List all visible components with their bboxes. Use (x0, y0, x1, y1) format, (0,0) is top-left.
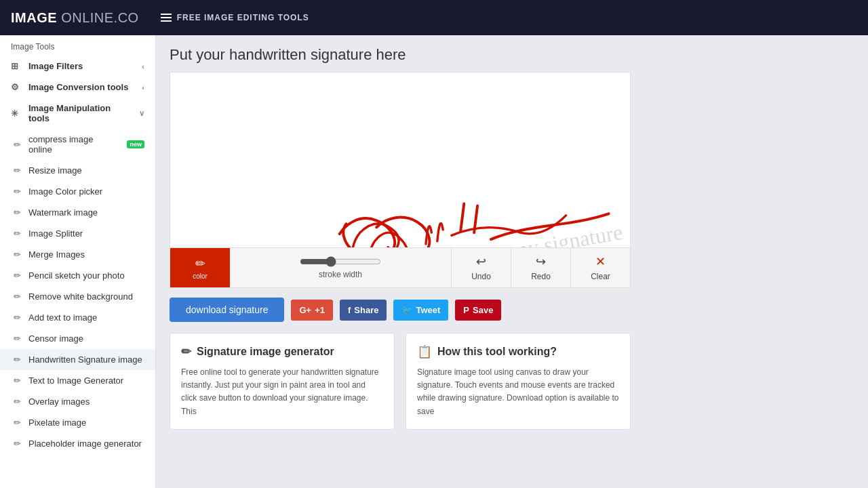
handwritten-sig-icon: ✏ (11, 354, 23, 365)
signature-drawing (170, 73, 630, 247)
pinterest-icon: P (463, 305, 469, 315)
clear-label: Clear (591, 272, 610, 281)
svg-rect-0 (161, 14, 172, 15)
sidebar-label-image-filters: Image Filters (28, 61, 83, 71)
chevron-left-icon-2: ‹ (142, 83, 144, 92)
sidebar-item-resize[interactable]: ✏ Resize image (0, 160, 155, 181)
clear-button[interactable]: ✕ Clear (570, 248, 630, 287)
undo-label: Undo (471, 272, 491, 281)
sidebar-label-placeholder: Placeholder image generator (28, 439, 142, 449)
sidebar-label-image-conversion: Image Conversion tools (28, 82, 128, 92)
sidebar-item-placeholder[interactable]: ✏ Placeholder image generator (0, 433, 155, 454)
color-picker-icon: ✏ (11, 186, 23, 197)
card-signature-generator: ✏ Signature image generator Free online … (170, 333, 395, 430)
facebook-label: Share (354, 305, 378, 315)
twitter-label: Tweet (416, 305, 440, 315)
censor-icon: ✏ (11, 333, 23, 344)
sidebar-label-watermark: Watermark image (28, 207, 98, 218)
facebook-share-button[interactable]: f Share (340, 300, 387, 321)
logo-image: IMAGE (11, 10, 57, 25)
pinterest-share-button[interactable]: P Save (455, 300, 501, 321)
redo-icon: ↪ (536, 254, 546, 269)
pencil-icon: ✏ (195, 256, 205, 271)
add-text-icon: ✏ (11, 312, 23, 323)
twitter-share-button[interactable]: 🐦 Tweet (393, 300, 448, 321)
svg-rect-1 (161, 17, 172, 18)
watermark-icon: ✏ (11, 207, 23, 218)
sidebar-item-overlay[interactable]: ✏ Overlay images (0, 391, 155, 412)
info-cards: ✏ Signature image generator Free online … (170, 333, 631, 430)
sidebar-item-pixelate[interactable]: ✏ Pixelate image (0, 412, 155, 433)
undo-icon: ↩ (476, 254, 486, 269)
stroke-area: stroke width (230, 256, 451, 279)
sidebar-label-censor: Censor image (28, 333, 83, 344)
sidebar-item-remove-bg[interactable]: ✏ Remove white background (0, 286, 155, 307)
sidebar-item-compress[interactable]: ✏ compress image online new (0, 129, 155, 160)
google-label: +1 (315, 305, 325, 315)
pinterest-label: Save (473, 305, 493, 315)
merge-icon: ✏ (11, 249, 23, 260)
sidebar-item-add-text[interactable]: ✏ Add text to image (0, 307, 155, 328)
download-button[interactable]: download signature (170, 298, 284, 322)
hamburger-icon (161, 12, 172, 23)
pixelate-icon: ✏ (11, 418, 23, 428)
sidebar-item-splitter[interactable]: ✏ Image Splitter (0, 223, 155, 244)
sidebar-item-pencil-sketch[interactable]: ✏ Pencil sketch your photo (0, 265, 155, 286)
undo-button[interactable]: ↩ Undo (451, 248, 511, 287)
google-icon: G+ (299, 305, 311, 315)
sidebar-item-text-to-image[interactable]: ✏ Text to Image Generator (0, 370, 155, 391)
header: IMAGE ONLINE.CO FREE IMAGE EDITING TOOLS (0, 0, 868, 35)
facebook-icon: f (348, 305, 351, 315)
remove-bg-icon: ✏ (11, 291, 23, 302)
menu-bar[interactable]: FREE IMAGE EDITING TOOLS (161, 12, 309, 23)
new-badge: new (127, 140, 144, 148)
image-manipulation-icon: ✳ (11, 108, 23, 119)
sidebar-item-merge[interactable]: ✏ Merge Images (0, 244, 155, 265)
sidebar-item-image-filters[interactable]: ⊞ Image Filters ‹ (0, 56, 155, 77)
color-button[interactable]: ✏ color (170, 248, 230, 287)
card1-icon: ✏ (181, 344, 191, 359)
text-to-image-icon: ✏ (11, 375, 23, 386)
sidebar-label-resize: Resize image (28, 165, 82, 176)
site-logo[interactable]: IMAGE ONLINE.CO (11, 10, 139, 26)
sidebar-label-splitter: Image Splitter (28, 228, 83, 239)
card1-body: Free online tool to generate your handwr… (181, 366, 383, 418)
logo-rest: ONLINE.CO (61, 10, 139, 25)
twitter-icon: 🐦 (401, 305, 412, 315)
sidebar-item-censor[interactable]: ✏ Censor image (0, 328, 155, 349)
card1-title: ✏ Signature image generator (181, 344, 383, 359)
pencil-sketch-icon: ✏ (11, 270, 23, 281)
google-share-button[interactable]: G+ +1 (291, 300, 333, 321)
sidebar-item-image-manipulation[interactable]: ✳ Image Manipulation tools ∨ (0, 98, 155, 129)
sidebar-item-image-conversion[interactable]: ⚙ Image Conversion tools ‹ (0, 77, 155, 98)
layout: Image Tools ⊞ Image Filters ‹ ⚙ Image Co… (0, 35, 868, 488)
splitter-icon: ✏ (11, 228, 23, 239)
image-conversion-icon: ⚙ (11, 82, 23, 92)
stroke-width-slider[interactable] (300, 256, 381, 267)
sidebar-label-image-manipulation: Image Manipulation tools (28, 103, 134, 123)
color-label: color (193, 272, 208, 280)
card2-body: Signature image tool using canvas to dra… (417, 366, 619, 418)
sidebar-label-pixelate: Pixelate image (28, 418, 86, 428)
sidebar-label-remove-bg: Remove white background (28, 291, 133, 302)
actions-bar: download signature G+ +1 f Share 🐦 Tweet… (170, 298, 631, 322)
card2-title: 📋 How this tool working? (417, 344, 619, 359)
card-how-it-works: 📋 How this tool working? Signature image… (406, 333, 631, 430)
signature-canvas[interactable]: my signature (170, 72, 631, 248)
sidebar-item-watermark[interactable]: ✏ Watermark image (0, 202, 155, 223)
sidebar-item-handwritten-sig[interactable]: ✏ Handwritten Signature image (0, 349, 155, 370)
sidebar-label-compress: compress image online (28, 134, 119, 155)
sidebar-label-text-to-image: Text to Image Generator (28, 375, 123, 386)
redo-button[interactable]: ↪ Redo (511, 248, 570, 287)
stroke-label: stroke width (319, 270, 362, 279)
sidebar-label-handwritten-sig: Handwritten Signature image (28, 354, 142, 365)
menu-label: FREE IMAGE EDITING TOOLS (177, 13, 309, 22)
compress-icon: ✏ (11, 140, 23, 150)
clear-icon: ✕ (595, 254, 606, 269)
sidebar-label-add-text: Add text to image (28, 312, 97, 323)
sidebar-item-color-picker[interactable]: ✏ Image Color picker (0, 181, 155, 202)
main-content: Put your handwritten signature here (156, 35, 868, 488)
sidebar: Image Tools ⊞ Image Filters ‹ ⚙ Image Co… (0, 35, 156, 488)
sidebar-label-color-picker: Image Color picker (28, 186, 102, 197)
image-filters-icon: ⊞ (11, 61, 23, 71)
